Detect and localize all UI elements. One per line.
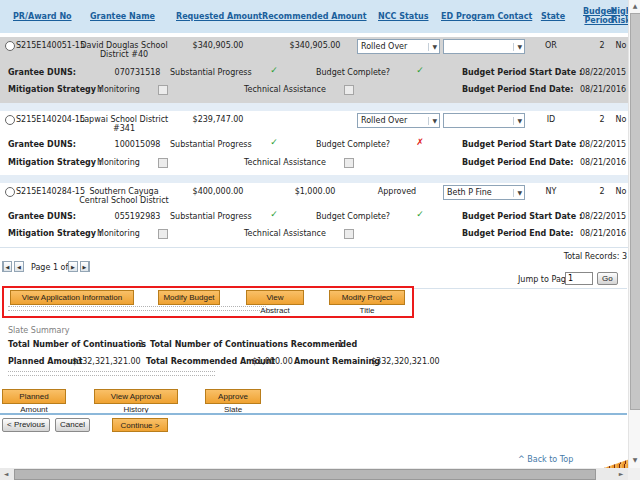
horizontal-scrollbar[interactable]: ◄ ► — [0, 468, 628, 480]
slate-page: PR/Award No Grantee Name Requested Amoun… — [0, 0, 640, 480]
view-approval-history-button[interactable]: View Approval History — [94, 389, 178, 404]
check-icon: ✓ — [266, 66, 282, 75]
back-to-top-link[interactable]: ^ Back to Top — [518, 455, 573, 464]
end-date-value: 08/21/2016 — [580, 229, 626, 238]
scroll-up-icon[interactable]: ▲ — [629, 0, 640, 12]
chevron-down-icon: ▼ — [513, 43, 522, 51]
mitigation-strategy-label: Mitigation Strategy : — [8, 158, 102, 167]
monitoring-checkbox[interactable] — [158, 229, 168, 239]
row-separator — [0, 175, 628, 183]
start-date-label: Budget Period Start Date : — [462, 140, 582, 149]
section-divider — [414, 288, 627, 289]
ed-contact-select[interactable]: Beth P Fine▼ — [443, 185, 525, 200]
award-number: S215E140051-15 — [16, 41, 85, 50]
ncc-status-select[interactable]: Rolled Over▼ — [357, 39, 440, 54]
chevron-down-icon: ▼ — [513, 117, 522, 125]
cancel-button[interactable]: Cancel — [55, 418, 90, 432]
mitigation-strategy-label: Mitigation Strategy : — [8, 85, 102, 94]
first-page-button[interactable]: ◀ — [2, 261, 12, 272]
col-header-recommended[interactable]: Recommended Amount — [262, 12, 367, 21]
previous-page-button[interactable]: ◀ — [14, 261, 24, 272]
total-continuations-value: 3 — [138, 340, 143, 349]
grantee-duns-value: 070731518 — [110, 68, 165, 77]
substantial-progress-label: Substantial Progress — [170, 68, 252, 77]
jump-to-page-label: Jump to Page — [518, 275, 571, 284]
requested-amount: $239,747.00 — [168, 115, 268, 124]
budget-complete-label: Budget Complete? — [316, 68, 390, 77]
vertical-scrollbar-thumb[interactable] — [630, 13, 640, 410]
last-page-button[interactable]: ▶ — [80, 261, 90, 272]
mitigation-value: Monitoring — [97, 85, 140, 94]
grantee-duns-label: Grantee DUNS: — [8, 140, 76, 149]
mitigation-value: Monitoring — [97, 158, 140, 167]
start-date-value: 08/22/2015 — [580, 140, 626, 149]
col-header-state[interactable]: State — [538, 12, 568, 21]
technical-assistance-checkbox[interactable] — [344, 158, 354, 168]
requested-amount: $340,905.00 — [168, 41, 268, 50]
table-row: S215E140204-15 Lapwai School District #3… — [0, 111, 628, 175]
scroll-right-icon[interactable]: ► — [615, 468, 627, 480]
end-date-value: 08/21/2016 — [580, 158, 626, 167]
next-page-button[interactable]: ▶ — [68, 261, 78, 272]
budget-complete-label: Budget Complete? — [316, 212, 390, 221]
check-icon: ✓ — [266, 210, 282, 219]
scrollbar-corner — [628, 468, 640, 480]
continuations-recommended-label: Total Number of Continuations Recommende… — [150, 340, 357, 349]
substantial-progress-label: Substantial Progress — [170, 212, 252, 221]
col-header-ncc[interactable]: NCC Status — [378, 12, 429, 21]
col-header-award[interactable]: PR/Award No — [13, 12, 72, 21]
ncc-status-text: Approved — [357, 187, 437, 196]
go-button[interactable]: Go — [597, 272, 618, 285]
grantee-name: Southern Cayuga Central School District — [74, 187, 174, 205]
row-select-radio[interactable] — [5, 41, 15, 51]
recommended-amount: $1,000.00 — [265, 187, 365, 196]
substantial-progress-label: Substantial Progress — [170, 140, 252, 149]
modify-budget-button[interactable]: Modify Budget — [158, 290, 220, 305]
grantee-duns-value: 055192983 — [110, 212, 165, 221]
recommended-amount: $340,905.00 — [265, 41, 365, 50]
mitigation-strategy-label: Mitigation Strategy : — [8, 229, 102, 238]
ed-contact-select[interactable]: ▼ — [443, 113, 525, 128]
previous-button[interactable]: < Previous — [2, 418, 50, 432]
monitoring-checkbox[interactable] — [158, 158, 168, 168]
end-date-label: Budget Period End Date: — [462, 229, 573, 238]
total-records: Total Records: 3 — [450, 252, 627, 261]
view-application-information-button[interactable]: View Application Information — [10, 290, 134, 305]
grantee-duns-label: Grantee DUNS: — [8, 212, 76, 221]
row-select-radio[interactable] — [5, 115, 15, 125]
chevron-down-icon: ▼ — [428, 43, 437, 51]
amount-remaining-label: Amount Remaining — [294, 357, 380, 366]
col-header-requested[interactable]: Requested Amount — [176, 12, 262, 21]
technical-assistance-checkbox[interactable] — [344, 229, 354, 239]
ncc-status-select[interactable]: Rolled Over▼ — [357, 113, 440, 128]
vertical-scrollbar[interactable]: ▲ ▼ — [628, 0, 640, 468]
row-select-radio[interactable] — [5, 187, 15, 197]
ed-contact-select[interactable]: ▼ — [443, 39, 525, 54]
approve-slate-button[interactable]: Approve Slate — [205, 389, 261, 404]
check-icon: ✓ — [266, 138, 282, 147]
grantee-name: Lapwai School District #341 — [76, 115, 172, 133]
planned-amount-button[interactable]: Planned Amount — [2, 389, 66, 404]
horizontal-scrollbar-thumb[interactable] — [14, 469, 596, 480]
grantee-name: David Douglas School District #40 — [76, 41, 172, 59]
bottom-divider — [0, 413, 627, 415]
state-value: NY — [534, 187, 568, 196]
row-separator — [0, 103, 628, 111]
scroll-left-icon[interactable]: ◄ — [0, 468, 12, 480]
technical-assistance-label: Technical Assistance — [244, 85, 326, 94]
amount-remaining-value: $332,320,321.00 — [371, 357, 440, 366]
modify-project-title-button[interactable]: Modify Project Title — [329, 290, 405, 305]
jump-to-page-input[interactable] — [565, 272, 593, 285]
view-abstract-button[interactable]: View Abstract — [246, 290, 304, 305]
total-continuations-label: Total Number of Continuations — [8, 340, 146, 349]
chevron-down-icon: ▼ — [428, 117, 437, 125]
scroll-down-icon[interactable]: ▼ — [629, 454, 640, 466]
grantee-duns-value: 100015098 — [110, 140, 165, 149]
col-header-grantee[interactable]: Grantee Name — [90, 12, 155, 21]
monitoring-checkbox[interactable] — [158, 85, 168, 95]
continue-button[interactable]: Continue > — [112, 418, 168, 432]
technical-assistance-checkbox[interactable] — [344, 85, 354, 95]
col-header-contact[interactable]: ED Program Contact — [441, 12, 532, 21]
dotted-divider — [8, 371, 215, 376]
check-icon: ✓ — [412, 210, 428, 219]
